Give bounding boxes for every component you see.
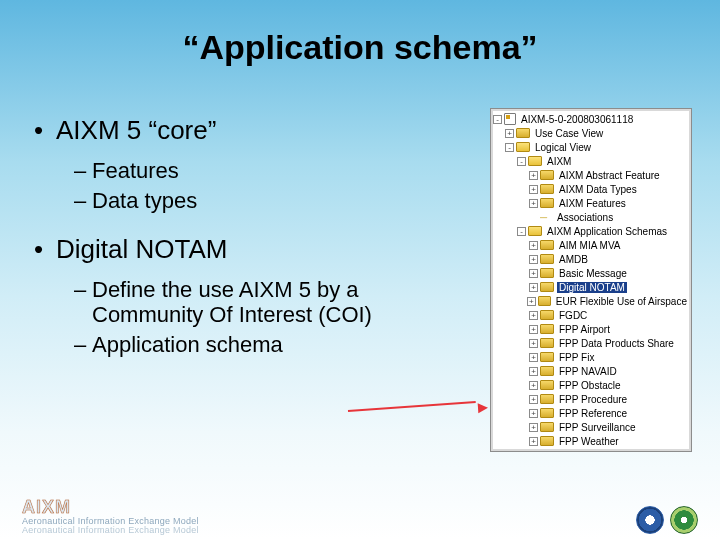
folder-icon bbox=[540, 310, 554, 320]
tree-node-label[interactable]: FPP Airport bbox=[557, 324, 612, 335]
tree-node-label[interactable]: Basic Message bbox=[557, 268, 629, 279]
sub-bullet-text: Define the use AIXM 5 by a Community Of … bbox=[92, 277, 464, 328]
tree-node[interactable]: Associations bbox=[493, 210, 689, 224]
tree-node-label[interactable]: AIXM Data Types bbox=[557, 184, 639, 195]
folder-icon bbox=[540, 436, 554, 446]
tree-node[interactable]: +Basic Message bbox=[493, 266, 689, 280]
tree-node-label[interactable]: Associations bbox=[555, 212, 615, 223]
folder-icon bbox=[540, 268, 554, 278]
bullet-content: • AIXM 5 “core” – Features – Data types … bbox=[34, 115, 464, 362]
tree-node-label[interactable]: Use Case View bbox=[533, 128, 605, 139]
tree-node[interactable]: -AIXM Application Schemas bbox=[493, 224, 689, 238]
plus-icon[interactable]: + bbox=[529, 199, 538, 208]
model-icon bbox=[504, 113, 516, 125]
tree-node[interactable]: +AIM MIA MVA bbox=[493, 238, 689, 252]
tree-node-label[interactable]: FPP Surveillance bbox=[557, 422, 638, 433]
tree-node-label[interactable]: FPP Data Products Share bbox=[557, 338, 676, 349]
plus-icon[interactable]: + bbox=[529, 283, 538, 292]
plus-icon[interactable]: + bbox=[529, 437, 538, 446]
folder-icon bbox=[540, 198, 554, 208]
tree-node-label[interactable]: Associations bbox=[555, 450, 615, 453]
plus-icon[interactable]: + bbox=[529, 325, 538, 334]
plus-icon[interactable]: + bbox=[529, 185, 538, 194]
tree-node-label[interactable]: AIXM Application Schemas bbox=[545, 226, 669, 237]
plus-icon[interactable]: + bbox=[529, 353, 538, 362]
folder-icon bbox=[540, 184, 554, 194]
tree-node[interactable]: +FPP Airport bbox=[493, 322, 689, 336]
tree-node[interactable]: +FPP Surveillance bbox=[493, 420, 689, 434]
plus-icon[interactable]: + bbox=[529, 409, 538, 418]
folder-icon bbox=[540, 394, 554, 404]
tree-node-label[interactable]: EUR Flexible Use of Airspace bbox=[554, 296, 689, 307]
tree-node-label[interactable]: FPP Reference bbox=[557, 408, 629, 419]
tree-node-label[interactable]: FPP Obstacle bbox=[557, 380, 623, 391]
tree-node[interactable]: +AIXM Features bbox=[493, 196, 689, 210]
folder-icon bbox=[540, 366, 554, 376]
plus-icon[interactable]: + bbox=[529, 339, 538, 348]
tree-node[interactable]: +FGDC bbox=[493, 308, 689, 322]
tree-node-label[interactable]: AIXM bbox=[545, 156, 573, 167]
minus-icon[interactable]: - bbox=[517, 227, 526, 236]
plus-icon[interactable]: + bbox=[527, 297, 536, 306]
tree-node-label[interactable]: AIXM Features bbox=[557, 198, 628, 209]
tree-node[interactable]: +FPP Fix bbox=[493, 350, 689, 364]
tree-node[interactable]: +FPP Data Products Share bbox=[493, 336, 689, 350]
plus-icon[interactable]: + bbox=[529, 269, 538, 278]
tree-node[interactable]: +EUR Flexible Use of Airspace bbox=[493, 294, 689, 308]
tree-node[interactable]: +AIXM Data Types bbox=[493, 182, 689, 196]
tree-node-label[interactable]: FPP NAVAID bbox=[557, 366, 619, 377]
folder-icon bbox=[540, 254, 554, 264]
tree-node-label[interactable]: FGDC bbox=[557, 310, 589, 321]
tree-node-label[interactable]: FPP Procedure bbox=[557, 394, 629, 405]
tree-node[interactable]: +FPP NAVAID bbox=[493, 364, 689, 378]
plus-icon[interactable]: + bbox=[529, 241, 538, 250]
plus-icon[interactable]: + bbox=[529, 395, 538, 404]
tree-node-label[interactable]: FPP Weather bbox=[557, 436, 621, 447]
dash-icon: – bbox=[74, 158, 92, 184]
tree-node-label[interactable]: AIXM-5-0-200803061118 bbox=[519, 114, 635, 125]
sub-bullet: – Features bbox=[74, 158, 464, 184]
folder-icon bbox=[528, 226, 542, 236]
bullet-dot-icon: • bbox=[34, 115, 56, 146]
tree-node-label[interactable]: AMDB bbox=[557, 254, 590, 265]
tree-node-label[interactable]: AIM MIA MVA bbox=[557, 240, 623, 251]
aixm-logo: AIXM Aeronautical Information Exchange M… bbox=[22, 497, 199, 535]
tree-node[interactable]: +FPP Obstacle bbox=[493, 378, 689, 392]
logo-brand-text: AIXM bbox=[22, 497, 199, 518]
annotation-arrow bbox=[348, 406, 488, 416]
minus-icon[interactable]: - bbox=[517, 157, 526, 166]
plus-icon[interactable]: + bbox=[529, 311, 538, 320]
folder-icon bbox=[538, 296, 551, 306]
tree-node[interactable]: +Use Case View bbox=[493, 126, 689, 140]
plus-icon[interactable]: + bbox=[529, 367, 538, 376]
tree-view-panel[interactable]: -AIXM-5-0-200803061118+Use Case View-Log… bbox=[490, 108, 692, 452]
folder-icon bbox=[540, 324, 554, 334]
plus-icon[interactable]: + bbox=[529, 255, 538, 264]
dash-icon: – bbox=[74, 277, 92, 328]
plus-icon[interactable]: + bbox=[505, 129, 514, 138]
tree-node[interactable]: +FPP Procedure bbox=[493, 392, 689, 406]
folder-icon bbox=[540, 380, 554, 390]
tree-node-label[interactable]: Logical View bbox=[533, 142, 593, 153]
sub-bullet-text: Application schema bbox=[92, 332, 464, 358]
plus-icon[interactable]: + bbox=[529, 381, 538, 390]
tree-node[interactable]: -AIXM-5-0-200803061118 bbox=[493, 112, 689, 126]
tree-node[interactable]: +Digital NOTAM bbox=[493, 280, 689, 294]
tree-node[interactable]: -AIXM bbox=[493, 154, 689, 168]
plus-icon[interactable]: + bbox=[529, 423, 538, 432]
tree-node[interactable]: +AMDB bbox=[493, 252, 689, 266]
tree-node[interactable]: +FPP Reference bbox=[493, 406, 689, 420]
seal-icon bbox=[670, 506, 698, 534]
minus-icon[interactable]: - bbox=[505, 143, 514, 152]
tree-node[interactable]: Associations bbox=[493, 448, 689, 452]
tree-node[interactable]: +AIXM Abstract Feature bbox=[493, 168, 689, 182]
tree-node[interactable]: +FPP Weather bbox=[493, 434, 689, 448]
minus-icon[interactable]: - bbox=[493, 115, 502, 124]
seal-icon bbox=[636, 506, 664, 534]
plus-icon[interactable]: + bbox=[529, 171, 538, 180]
tree-node-label[interactable]: Digital NOTAM bbox=[557, 282, 627, 293]
tree-node-label[interactable]: FPP Fix bbox=[557, 352, 596, 363]
tree-node[interactable]: -Logical View bbox=[493, 140, 689, 154]
association-icon bbox=[540, 450, 552, 452]
tree-node-label[interactable]: AIXM Abstract Feature bbox=[557, 170, 662, 181]
